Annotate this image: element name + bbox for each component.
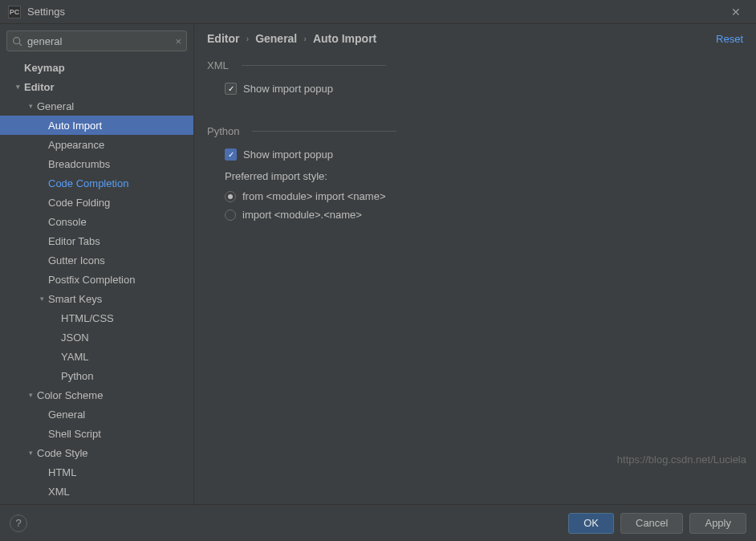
ok-button[interactable]: OK: [568, 513, 614, 534]
app-icon: PC: [8, 6, 21, 18]
tree-item[interactable]: Appearance: [0, 135, 193, 154]
content: Editor › General › Auto Import Reset XML…: [194, 24, 756, 504]
reset-link[interactable]: Reset: [716, 33, 743, 45]
tree-item[interactable]: Code Folding: [0, 193, 193, 212]
body: × Keymap▾Editor▾GeneralAuto ImportAppear…: [0, 24, 756, 504]
tree-item[interactable]: ▾Code Style: [0, 443, 193, 462]
tree-item-label: JSON: [61, 332, 89, 344]
titlebar: PC Settings ✕: [0, 0, 756, 24]
tree-item-label: Appearance: [48, 139, 104, 151]
xml-show-popup-checkbox[interactable]: ✓: [225, 83, 237, 95]
import-style-opt2-row[interactable]: import <module>.<name>: [207, 205, 743, 224]
clear-search-icon[interactable]: ×: [175, 35, 181, 47]
chevron-down-icon: ▾: [26, 102, 35, 110]
settings-tree: Keymap▾Editor▾GeneralAuto ImportAppearan…: [0, 58, 193, 501]
python-show-popup-label: Show import popup: [243, 148, 333, 161]
footer: ? OK Cancel Apply: [0, 504, 756, 541]
import-style-opt2-label: import <module>.<name>: [242, 209, 362, 221]
tree-item-label: General: [37, 100, 74, 112]
tree-item-label: Postfix Completion: [48, 274, 135, 286]
tree-item[interactable]: Auto Import: [0, 116, 193, 135]
tree-item[interactable]: HTML: [0, 462, 193, 482]
chevron-right-icon: ›: [246, 34, 249, 43]
tree-item-label: Smart Keys: [48, 293, 102, 305]
breadcrumb: Editor › General › Auto Import Reset: [194, 24, 756, 53]
crumb-general[interactable]: General: [255, 32, 297, 45]
import-style-opt1-row[interactable]: from <module> import <name>: [207, 187, 743, 205]
crumb-editor[interactable]: Editor: [207, 32, 239, 45]
tree-item[interactable]: YAML: [0, 347, 193, 366]
tree-item-label: Console: [48, 216, 87, 228]
tree-item-label: HTML/CSS: [61, 312, 114, 324]
import-style-opt1-label: from <module> import <name>: [242, 190, 385, 202]
tree-item[interactable]: Gutter Icons: [0, 250, 193, 270]
import-style-opt2-radio[interactable]: [225, 209, 236, 221]
tree-item-label: HTML: [48, 466, 76, 478]
tree-item[interactable]: Shell Script: [0, 424, 193, 443]
tree-item-label: Editor Tabs: [48, 235, 100, 247]
crumb-auto-import: Auto Import: [313, 32, 376, 45]
tree-item-label: Code Folding: [48, 197, 110, 209]
search-input[interactable]: [22, 35, 175, 47]
tree-item[interactable]: ▾Color Scheme: [0, 385, 193, 405]
tree-item[interactable]: Code Completion: [0, 173, 193, 193]
tree-item-label: Code Style: [37, 447, 88, 459]
watermark: https://blog.csdn.net/Luciela: [617, 454, 746, 466]
cancel-button[interactable]: Cancel: [620, 513, 683, 534]
help-button[interactable]: ?: [10, 515, 27, 532]
search-box[interactable]: ×: [6, 31, 187, 51]
chevron-down-icon: ▾: [13, 83, 22, 91]
tree-item[interactable]: JSON: [0, 327, 193, 347]
apply-button[interactable]: Apply: [689, 513, 746, 534]
tree-item[interactable]: Editor Tabs: [0, 231, 193, 250]
tree-item[interactable]: ▾General: [0, 96, 193, 116]
spacer: [207, 98, 743, 119]
tree-item-label: Breadcrumbs: [48, 158, 110, 170]
tree-item-label: Python: [61, 370, 93, 382]
close-icon[interactable]: ✕: [724, 6, 748, 18]
import-style-opt1-radio[interactable]: [225, 191, 236, 202]
chevron-down-icon: ▾: [26, 449, 35, 457]
tree-item-label: Code Completion: [48, 177, 128, 189]
divider: [252, 131, 396, 132]
xml-label: XML: [207, 59, 229, 71]
search-icon: [12, 36, 22, 47]
python-label: Python: [207, 125, 239, 137]
tree-item[interactable]: ▾Editor: [0, 77, 193, 96]
tree-item[interactable]: Console: [0, 212, 193, 231]
divider: [242, 65, 386, 66]
python-show-popup-row[interactable]: ✓ Show import popup: [207, 145, 743, 164]
tree-item-label: Shell Script: [48, 428, 101, 440]
tree-item[interactable]: Keymap: [0, 58, 193, 77]
tree-item-label: Editor: [24, 81, 55, 93]
search-wrap: ×: [0, 24, 193, 58]
tree-item[interactable]: Postfix Completion: [0, 270, 193, 289]
xml-show-popup-label: Show import popup: [243, 83, 333, 95]
tree-item-label: XML: [48, 486, 70, 498]
svg-line-1: [19, 43, 22, 45]
chevron-down-icon: ▾: [37, 295, 47, 303]
tree-item-label: Gutter Icons: [48, 254, 105, 266]
chevron-right-icon: ›: [303, 34, 307, 43]
tree-item-label: YAML: [61, 351, 88, 363]
tree-item-label: Keymap: [24, 62, 65, 74]
section-python-title: Python: [207, 125, 743, 137]
section-xml-title: XML: [207, 59, 743, 71]
chevron-down-icon: ▾: [26, 391, 35, 399]
tree-scroll[interactable]: Keymap▾Editor▾GeneralAuto ImportAppearan…: [0, 58, 193, 504]
tree-item[interactable]: HTML/CSS: [0, 308, 193, 327]
tree-item-label: Auto Import: [48, 120, 102, 132]
tree-item[interactable]: ▾Smart Keys: [0, 289, 193, 308]
tree-item[interactable]: General: [0, 405, 193, 424]
svg-point-0: [14, 37, 20, 43]
tree-item[interactable]: XML: [0, 482, 193, 501]
tree-item-label: Color Scheme: [37, 389, 103, 401]
tree-item[interactable]: Python: [0, 366, 193, 385]
sections: XML ✓ Show import popup Python ✓ Show im…: [194, 53, 756, 224]
python-show-popup-checkbox[interactable]: ✓: [225, 148, 237, 161]
xml-show-popup-row[interactable]: ✓ Show import popup: [207, 79, 743, 98]
tree-item[interactable]: Breadcrumbs: [0, 154, 193, 173]
tree-item-label: General: [48, 409, 85, 421]
sidebar: × Keymap▾Editor▾GeneralAuto ImportAppear…: [0, 24, 194, 504]
window-title: Settings: [27, 6, 724, 18]
